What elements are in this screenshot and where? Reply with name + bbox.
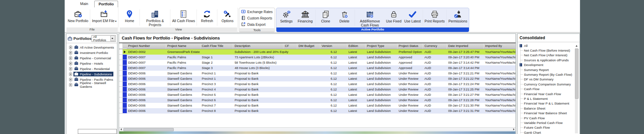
use-latest-button[interactable]: Use Latest	[403, 8, 422, 27]
consolidated-item-all[interactable]: All	[518, 43, 580, 48]
scroll-left-arrow[interactable]	[119, 128, 123, 131]
consolidated-item-future-cash-flow[interactable]: Future Cash Flow	[518, 125, 580, 130]
sidebar-item-pipeline-stanwell-gardens[interactable]: Pipeline - Stanwell Gardens	[66, 82, 117, 87]
table-row[interactable]: DEMO-0007Pacific PalmsStage 173 Apartmen…	[119, 55, 516, 60]
row-marker[interactable]	[123, 87, 127, 92]
column-header-date-imported[interactable]: Date Imported	[447, 43, 484, 49]
consolidated-item-gantt-chart[interactable]: Gantt Chart	[518, 130, 580, 134]
table-row[interactable]: DEMO-0006Stanwell GardensPrecinct 6Propo…	[119, 97, 516, 103]
refresh-button[interactable]: Refresh	[198, 8, 216, 27]
column-header-cf[interactable]: CF	[283, 43, 297, 49]
horizontal-scrollbar[interactable]	[119, 127, 516, 131]
consolidated-item-df-vs-dm-summary[interactable]: DF vs DM Summary	[518, 77, 580, 82]
dropdown-caret-icon[interactable]: ▾	[115, 20, 116, 23]
column-header-project-status[interactable]: Project Status	[397, 43, 423, 49]
tab-portfolio[interactable]: Portfolio	[94, 1, 118, 7]
consolidated-item-net-cash-flow-after-interest[interactable]: Net Cash Flow (After Interest)	[518, 53, 580, 58]
sidebar-item-pipeline-commercial[interactable]: Pipeline - Commercial	[66, 55, 117, 61]
settings-button[interactable]: Settings	[277, 8, 296, 27]
column-header-cash-flow-title[interactable]: Cash Flow Title	[201, 43, 233, 49]
consolidated-item-sources-application-offunds[interactable]: Sources & Application ofFunds	[518, 58, 580, 62]
scroll-up-arrow[interactable]	[575, 44, 579, 48]
table-row[interactable]: DEMO-0007Pacific PalmsStage 348 House Lo…	[119, 65, 516, 71]
delete-button[interactable]: Delete	[335, 8, 354, 27]
scroll-right-arrow[interactable]	[512, 128, 516, 131]
expand-plus-icon[interactable]	[69, 83, 72, 86]
home-button[interactable]: Home	[120, 8, 139, 27]
financing-button[interactable]: $Financing	[296, 8, 315, 27]
options-button[interactable]: Options	[218, 8, 237, 27]
portfolios-projects-button[interactable]: Portfolios & Projects	[141, 8, 169, 27]
vertical-scrollbar[interactable]	[575, 44, 579, 133]
consolidated-item-p-l-statement[interactable]: P & L Statement	[518, 96, 580, 101]
permissions-button[interactable]: Permissions	[447, 8, 468, 27]
table-row[interactable]: DEMO-0006Stanwell GardensPrecinct 7Propo…	[119, 103, 516, 108]
column-header-edition[interactable]: Edition	[347, 43, 366, 49]
expand-plus-icon[interactable]	[69, 67, 72, 70]
table-row[interactable]: DEMO-0006Stanwell GardensPrecinct 1Propo…	[119, 71, 516, 76]
expand-plus-icon[interactable]	[69, 51, 72, 54]
consolidated-item-summary-report[interactable]: Summary Report	[518, 67, 580, 72]
use-fixed-button[interactable]: Use Fixed	[384, 8, 403, 27]
table-row[interactable]: DEMO-0002GreenwoodPark EstateSubdivision…	[119, 49, 516, 55]
row-marker[interactable]	[123, 55, 127, 60]
sidebar-item-all-active-developments[interactable]: All Active Developments	[66, 45, 117, 50]
sidebar-item-pipeline-residential[interactable]: Pipeline - Residential	[66, 66, 117, 71]
consolidated-item-financial-year-balance-sheet[interactable]: Financial Year Balance Sheet	[518, 111, 580, 115]
expand-plus-icon[interactable]	[69, 73, 72, 76]
table-row[interactable]: DEMO-0006Stanwell GardensPrecinct 3Propo…	[119, 81, 516, 87]
consolidated-item-cash-flow[interactable]: Cash Flow	[518, 87, 580, 91]
exchange-rates-button[interactable]: 0Exchange Rates	[241, 9, 273, 15]
column-header-project-number[interactable]: Project Number	[127, 43, 166, 49]
expand-plus-icon[interactable]	[69, 57, 72, 60]
column-header-currency[interactable]: Currency	[423, 43, 447, 49]
sidebar-item-pipeline-subdivisions[interactable]: Pipeline - Subdivisions	[66, 71, 117, 77]
import-em-file-button[interactable]: Import EM File▾	[91, 8, 117, 27]
column-header-dm-budget[interactable]: DM Budget	[297, 43, 320, 49]
table-row[interactable]: DEMO-0006Stanwell GardensPrecinct 4Propo…	[119, 87, 516, 92]
print-reports-button[interactable]: Print Reports	[424, 8, 446, 27]
consolidated-item-pv-cash-flow[interactable]: PV Cash Flow	[518, 116, 580, 120]
row-marker[interactable]	[123, 65, 127, 71]
column-header-description[interactable]: Description	[233, 43, 283, 49]
all-cash-flows-button[interactable]: All Cash Flows	[171, 8, 196, 27]
expand-plus-icon[interactable]	[69, 46, 72, 49]
row-marker[interactable]	[123, 76, 127, 81]
consolidated-item-development[interactable]: Development	[518, 63, 580, 67]
vertical-scroll-thumb[interactable]	[575, 49, 579, 99]
table-row[interactable]: DEMO-0006Stanwell GardensPrecinct 1Propo…	[119, 76, 516, 81]
sidebar-item-investment-portfolio[interactable]: Investment Portfolio	[66, 50, 117, 55]
expand-plus-icon[interactable]	[69, 78, 72, 81]
column-header-project-type[interactable]: Project Type	[366, 43, 397, 49]
clone-button[interactable]: Clone	[316, 8, 335, 27]
row-marker[interactable]	[123, 81, 127, 87]
table-row[interactable]: DEMO-0007Pacific PalmsStage 258 Townhous…	[119, 60, 516, 65]
row-marker[interactable]	[123, 71, 127, 76]
row-marker[interactable]	[123, 103, 127, 108]
consolidated-item-financial-year-cash-flow[interactable]: Financial Year Cash Flow	[518, 91, 580, 96]
add-remove-cash-flows-button[interactable]: Add/Remove Cash Flows	[356, 8, 384, 27]
data-export-button[interactable]: Data Export	[241, 21, 273, 28]
portfolio-filter-dropdown[interactable]: All Portfolios	[92, 35, 116, 42]
consolidated-item-summary-report-by-cash-flow[interactable]: Summary Report (By Cash Flow)	[518, 72, 580, 77]
consolidated-item-balance-sheet[interactable]: Balance Sheet	[518, 106, 580, 111]
column-header-imported-by[interactable]: Imported By	[484, 43, 516, 49]
sidebar-item-pipeline-hotels[interactable]: Pipeline - Hotels	[66, 61, 117, 66]
table-row[interactable]: DEMO-0006Stanwell GardensPrecinct 5Propo…	[119, 92, 516, 97]
row-marker[interactable]	[123, 108, 127, 114]
tab-main[interactable]: Main	[76, 1, 92, 7]
column-header-project-name[interactable]: Project Name	[166, 43, 201, 49]
horizontal-scroll-thumb[interactable]	[123, 128, 174, 131]
column-header-version[interactable]: Version	[320, 43, 347, 49]
custom-reports-button[interactable]: Custom Reports	[241, 15, 273, 21]
row-marker[interactable]	[123, 49, 127, 55]
table-row[interactable]: DEMO-0006Stanwell GardensPrecinct 8Propo…	[119, 108, 516, 114]
row-marker[interactable]	[123, 60, 127, 65]
expand-plus-icon[interactable]	[69, 62, 72, 65]
consolidated-item-variable-period-cash-flow[interactable]: Variable Period Cash Flow	[518, 120, 580, 125]
portfolio-filter-caret[interactable]	[110, 36, 115, 41]
consolidated-item-currency-comparison-summary[interactable]: Currency Comparison Summary	[518, 82, 580, 86]
row-marker[interactable]	[123, 97, 127, 103]
consolidated-item-net-cash-flow-before-interest[interactable]: Net Cash Flow (Before Interest)	[518, 48, 580, 53]
consolidated-item-financial-year-p-l-statement[interactable]: Financial Year P & L Statement	[518, 101, 580, 106]
